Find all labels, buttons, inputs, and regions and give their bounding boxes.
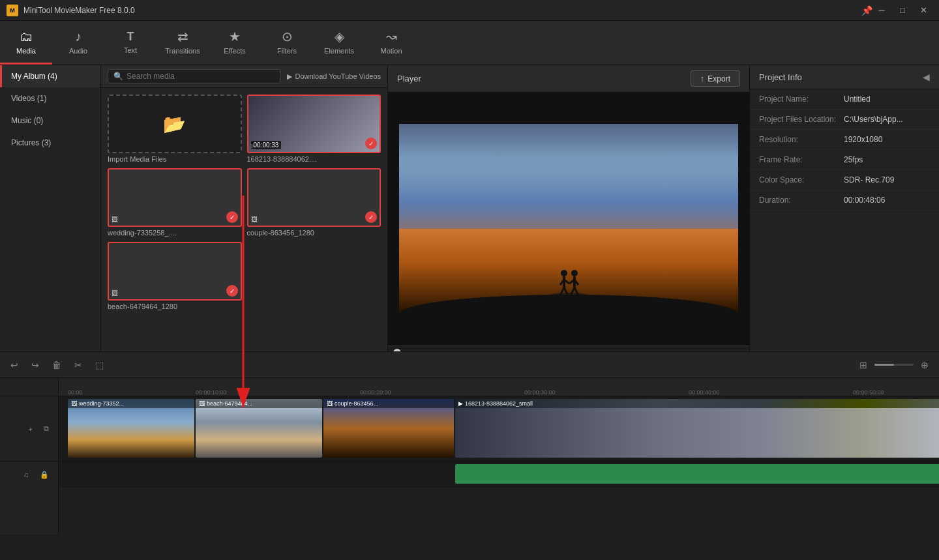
zoom-fill xyxy=(874,364,894,366)
zoom-area: ⊞ ⊕ xyxy=(856,357,932,373)
ruler-mark-20: 00:00:20:00 xyxy=(360,389,391,396)
download-youtube-button[interactable]: ▶ Download YouTube Videos xyxy=(287,72,381,81)
zoom-slider[interactable] xyxy=(874,364,914,366)
toolbar-item-elements[interactable]: ◈ Elements xyxy=(313,21,365,65)
crop-button[interactable]: ⬚ xyxy=(91,357,108,373)
toolbar-item-motion[interactable]: ↝ Motion xyxy=(365,21,417,65)
timeline-section: ↩ ↪ 🗑 ✂ ⬚ ⊞ ⊕ + ⧉ ♫ 🔒 xyxy=(0,351,939,560)
selected-check-badge: ✓ xyxy=(365,138,377,149)
audio-track-label: ♫ 🔒 xyxy=(0,462,58,488)
export-button[interactable]: ↑ Export xyxy=(691,70,740,87)
clip-header-wedding: 🖼 wedding-73352... xyxy=(68,399,194,408)
couple-check-badge: ✓ xyxy=(365,211,377,223)
panel-collapse-button[interactable]: ◀ xyxy=(923,72,930,82)
clip-video-icon: ▶ xyxy=(458,400,463,407)
media-panel: 🔍 ▶ Download YouTube Videos 📂 Import Med… xyxy=(101,65,388,377)
add-audio-track-button[interactable]: ♫ xyxy=(20,468,33,481)
timeline-audio-clip[interactable] xyxy=(455,464,939,484)
maximize-button[interactable]: □ xyxy=(893,3,912,18)
timeline-content: 00:00 00:00:10:00 00:00:20:00 00:00:30:0… xyxy=(59,378,939,535)
project-name-value: Untitled xyxy=(844,95,871,104)
timeline-clip-wedding[interactable]: 🖼 wedding-73352... xyxy=(68,399,194,458)
project-info-title: Project Info xyxy=(759,72,802,82)
cut-button[interactable]: ✂ xyxy=(70,357,86,373)
clip-header-couple: 🖼 couple-863456... xyxy=(323,399,454,408)
timeline-clip-video1[interactable]: ▶ 168213-838884062_small xyxy=(455,399,939,458)
toolbar-item-effects[interactable]: ★ Effects xyxy=(209,21,261,65)
project-resolution-label: Resolution: xyxy=(759,135,844,144)
media-item-wedding[interactable]: 🖼 ✓ wedding-7335258_.... xyxy=(108,168,242,237)
motion-icon: ↝ xyxy=(386,29,397,44)
video1-label: 168213-838884062.... xyxy=(247,155,381,163)
media-grid: 📂 Import Media Files ▶ 00:00:33 ✓ 168213… xyxy=(101,88,387,317)
project-location-label: Project Files Location: xyxy=(759,115,844,124)
media-item-video1[interactable]: ▶ 00:00:33 ✓ 168213-838884062.... xyxy=(247,95,381,163)
project-framerate-row: Frame Rate: 25fps xyxy=(750,150,939,170)
project-location-row: Project Files Location: C:\Users\bjApp..… xyxy=(750,110,939,130)
ruler-mark-10: 00:00:10:00 xyxy=(196,389,227,396)
sidebar-item-videos[interactable]: Videos (1) xyxy=(0,87,100,110)
media-icon: 🗂 xyxy=(20,29,33,44)
search-input[interactable] xyxy=(127,72,275,81)
timeline-clip-beach[interactable]: 🖼 beach-6479464... xyxy=(196,399,322,458)
zoom-out-button[interactable]: ⊕ xyxy=(917,357,932,373)
ground-svg xyxy=(399,288,738,314)
wedding-check-badge: ✓ xyxy=(226,211,238,223)
titlebar: M MiniTool MovieMaker Free 8.0.0 📌 ─ □ ✕ xyxy=(0,0,939,21)
toolbar-item-audio[interactable]: ♪ Audio xyxy=(52,21,104,65)
toolbar-elements-label: Elements xyxy=(324,47,354,55)
sidebar-item-music[interactable]: Music (0) xyxy=(0,110,100,132)
wedding-label: wedding-7335258_.... xyxy=(108,229,242,237)
delete-button[interactable]: 🗑 xyxy=(48,357,65,373)
toolbar-item-filters[interactable]: ⊙ Filters xyxy=(261,21,313,65)
youtube-icon: ▶ xyxy=(287,72,292,81)
player-header: Player ↑ Export xyxy=(388,65,749,93)
transitions-icon: ⇄ xyxy=(177,29,188,44)
undo-button[interactable]: ↩ xyxy=(7,357,22,373)
toolbar-item-text[interactable]: T Text xyxy=(104,21,156,65)
window-controls: ─ □ ✕ xyxy=(872,3,932,18)
toolbar-item-transitions[interactable]: ⇄ Transitions xyxy=(156,21,209,65)
minimize-button[interactable]: ─ xyxy=(872,3,891,18)
clip-header-beach: 🖼 beach-6479464... xyxy=(196,399,322,408)
sidebar-item-pictures[interactable]: Pictures (3) xyxy=(0,132,100,154)
toolbar-text-label: Text xyxy=(124,46,137,54)
add-video-track-button[interactable]: + xyxy=(25,422,37,435)
close-button[interactable]: ✕ xyxy=(914,3,932,18)
project-name-label: Project Name: xyxy=(759,95,844,104)
project-resolution-value: 1920x1080 xyxy=(844,135,882,144)
project-info-panel: Project Info ◀ Project Name: Untitled Pr… xyxy=(750,65,939,377)
redo-button[interactable]: ↪ xyxy=(27,357,43,373)
timeline-tracks-label: + ⧉ ♫ 🔒 xyxy=(0,378,59,535)
project-duration-row: Duration: 00:00:48:06 xyxy=(750,190,939,211)
media-item-beach[interactable]: 🖼 ✓ beach-6479464_1280 xyxy=(108,242,242,310)
media-item-couple[interactable]: 🖼 ✓ couple-863456_1280 xyxy=(247,168,381,237)
player-title: Player xyxy=(397,74,421,83)
sidebar-item-my-album[interactable]: My Album (4) xyxy=(0,65,100,87)
video-area xyxy=(388,93,749,346)
timeline-body: + ⧉ ♫ 🔒 00:00 00:00:10:00 00:00:20:00 00… xyxy=(0,378,939,535)
lock-audio-button[interactable]: 🔒 xyxy=(36,468,53,482)
clip-label-beach: beach-6479464... xyxy=(207,400,252,407)
timeline-clip-couple[interactable]: 🖼 couple-863456... xyxy=(323,399,454,458)
zoom-in-button[interactable]: ⊞ xyxy=(856,357,871,373)
toolbar-transitions-label: Transitions xyxy=(165,47,200,55)
project-framerate-label: Frame Rate: xyxy=(759,155,844,164)
cloud-layer xyxy=(399,124,738,238)
image-file-icon-couple: 🖼 xyxy=(251,216,258,223)
clip-label-wedding: wedding-73352... xyxy=(79,400,124,407)
svg-point-7 xyxy=(571,270,578,276)
audio-track-row xyxy=(59,462,939,488)
app-title: MiniTool MovieMaker Free 8.0.0 xyxy=(23,6,856,15)
project-colorspace-row: Color Space: SDR- Rec.709 xyxy=(750,170,939,190)
toolbar-motion-label: Motion xyxy=(380,47,402,55)
svg-point-13 xyxy=(399,295,738,314)
export-label: Export xyxy=(708,74,730,83)
player-panel: Player ↑ Export xyxy=(388,65,750,377)
import-media-tile[interactable]: 📂 Import Media Files xyxy=(108,95,242,163)
toolbar-item-media[interactable]: 🗂 Media xyxy=(0,21,52,65)
import-icon: 📂 xyxy=(163,113,186,135)
app-icon: M xyxy=(7,5,18,16)
toolbar-media-label: Media xyxy=(16,47,36,55)
copy-video-track-button[interactable]: ⧉ xyxy=(40,422,53,435)
